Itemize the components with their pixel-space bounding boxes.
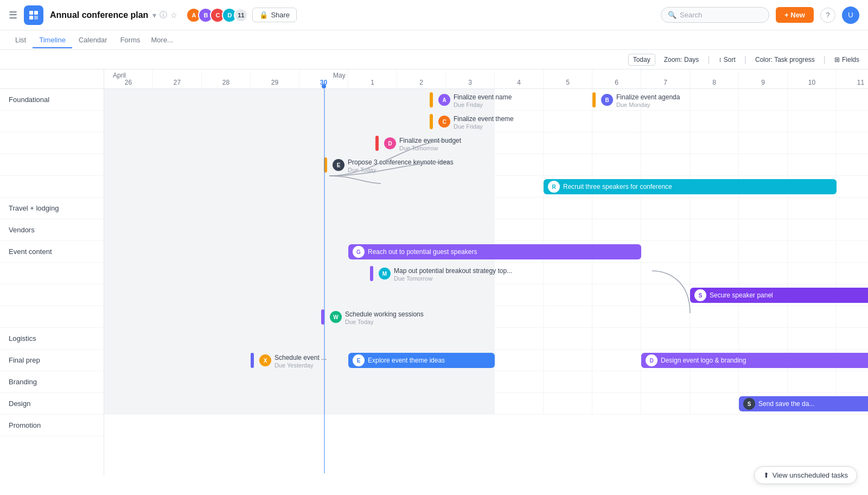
- cell: [446, 306, 495, 327]
- cell: [202, 89, 251, 110]
- search-box[interactable]: 🔍 Search: [661, 7, 769, 23]
- cell: [641, 284, 690, 306]
- avatar-count[interactable]: 11: [234, 8, 248, 22]
- grid-row-3: D Finalize event budget Due Tomorrow: [104, 132, 868, 154]
- cell: [202, 198, 251, 219]
- task-propose-keynote[interactable]: E Propose 3 conference keynote ideas Due…: [324, 157, 454, 173]
- task-schedule-event[interactable]: X Schedule event ... Due Yesterday: [251, 353, 327, 368]
- task-finalize-event-agenda[interactable]: B Finalize event agenda Due Monday: [592, 92, 680, 107]
- cell: [104, 111, 153, 132]
- sidebar-item-branding[interactable]: Branding: [0, 371, 104, 393]
- cell: [690, 198, 739, 219]
- share-button[interactable]: 🔒 Share: [252, 8, 297, 22]
- cell: [788, 371, 837, 392]
- cell: [837, 371, 868, 392]
- cell: [348, 176, 397, 197]
- tab-more[interactable]: More...: [147, 33, 177, 47]
- sidebar-item-promotion[interactable]: Promotion: [0, 415, 104, 436]
- unscheduled-icon: ⬆: [763, 471, 769, 475]
- task-finalize-event-budget[interactable]: D Finalize event budget Due Tomorrow: [375, 136, 461, 151]
- tab-timeline[interactable]: Timeline: [33, 33, 72, 48]
- sort-control[interactable]: ↕ Sort: [719, 56, 736, 64]
- cell: [495, 219, 544, 240]
- cell: [739, 111, 788, 132]
- cell: [592, 263, 641, 284]
- task-finalize-event-theme[interactable]: C Finalize event theme Due Friday: [430, 114, 514, 129]
- cell: [544, 371, 592, 392]
- task-recruit-speakers[interactable]: R Recruit three speakers for conference: [544, 179, 837, 194]
- cell: [641, 241, 690, 262]
- sidebar-item-logistics[interactable]: Logistics: [0, 328, 104, 350]
- cell: [788, 89, 837, 110]
- zoom-control[interactable]: Zoom: Days: [664, 56, 699, 64]
- date-col-6: 6: [592, 69, 641, 88]
- task-reach-out-speakers[interactable]: G Reach out to potential guest speakers: [348, 244, 641, 259]
- tab-forms[interactable]: Forms: [114, 33, 147, 48]
- menu-icon[interactable]: ☰: [9, 9, 17, 21]
- star-icon[interactable]: ☆: [170, 11, 177, 20]
- cell: [153, 350, 202, 371]
- user-avatar[interactable]: U: [842, 7, 859, 24]
- sidebar-row: [0, 132, 104, 154]
- task-design-logo[interactable]: D Design event logo & branding: [641, 353, 868, 368]
- date-col-8: 8: [690, 69, 739, 88]
- cell: [251, 132, 299, 154]
- fields-button[interactable]: ⊞ Fields: [834, 56, 859, 64]
- tab-list[interactable]: List: [9, 33, 33, 48]
- cell: [690, 219, 739, 240]
- task-explore-theme[interactable]: E Explore event theme ideas: [348, 353, 495, 368]
- cell: [299, 284, 348, 306]
- date-col-3: 3: [446, 69, 495, 88]
- task-label: Finalize event budget: [399, 137, 461, 144]
- date-col-4: 4: [495, 69, 544, 88]
- color-control[interactable]: Color: Task progress: [755, 56, 815, 64]
- task-finalize-event-name[interactable]: A Finalize event name Due Friday: [430, 92, 512, 107]
- cell: [544, 328, 592, 349]
- cell: [837, 263, 868, 284]
- cell: [251, 219, 299, 240]
- cell: [690, 241, 739, 262]
- cell: [202, 111, 251, 132]
- task-label: Explore event theme ideas: [368, 357, 445, 364]
- info-icon[interactable]: ⓘ: [159, 10, 167, 20]
- sidebar-item-vendors[interactable]: Vendors: [0, 219, 104, 241]
- task-send-save-date[interactable]: S Send save the da...: [739, 396, 868, 411]
- sidebar-item-final-prep[interactable]: Final prep: [0, 350, 104, 371]
- new-button[interactable]: + New: [776, 7, 814, 23]
- cell: [397, 198, 446, 219]
- cell: [104, 263, 153, 284]
- cell: [348, 89, 397, 110]
- date-col-1: 1: [348, 69, 397, 88]
- cell: [544, 111, 592, 132]
- sidebar-item-foundational[interactable]: Foundational: [0, 89, 104, 111]
- unscheduled-tasks-button[interactable]: ⬆ View unscheduled tasks: [754, 466, 857, 475]
- sidebar-row: [0, 284, 104, 306]
- date-col-28: 28: [202, 69, 251, 88]
- cell: [299, 328, 348, 349]
- cell: [251, 371, 299, 392]
- cell: [397, 371, 446, 392]
- cell: [495, 328, 544, 349]
- tab-calendar[interactable]: Calendar: [72, 33, 114, 48]
- help-button[interactable]: ?: [820, 8, 835, 23]
- sidebar-item-design[interactable]: Design: [0, 393, 104, 415]
- view-tabs: List Timeline Calendar Forms More...: [0, 30, 868, 50]
- cell: [202, 371, 251, 392]
- sidebar-row: [0, 154, 104, 176]
- sidebar-row: [0, 306, 104, 328]
- task-schedule-working[interactable]: W Schedule working sessions Due Today: [321, 309, 424, 325]
- cell: [544, 219, 592, 240]
- chevron-down-icon[interactable]: ▾: [152, 11, 156, 20]
- sidebar-item-event-content[interactable]: Event content: [0, 241, 104, 263]
- task-label: Schedule working sessions: [345, 310, 424, 318]
- date-col-11: 11: [837, 69, 868, 88]
- cell: [495, 350, 544, 371]
- today-button[interactable]: Today: [628, 54, 655, 66]
- cell: [837, 176, 868, 197]
- grid-row-event-content: G Reach out to potential guest speakers: [104, 241, 868, 263]
- task-map-breakout[interactable]: M Map out potential breakout strategy to…: [370, 266, 512, 281]
- task-secure-speaker-panel[interactable]: S Secure speaker panel: [690, 288, 868, 303]
- grid-row-promotion: S Send save the da...: [104, 393, 868, 415]
- sidebar-item-travel[interactable]: Travel + lodging: [0, 198, 104, 219]
- task-label: Schedule event ...: [275, 354, 327, 361]
